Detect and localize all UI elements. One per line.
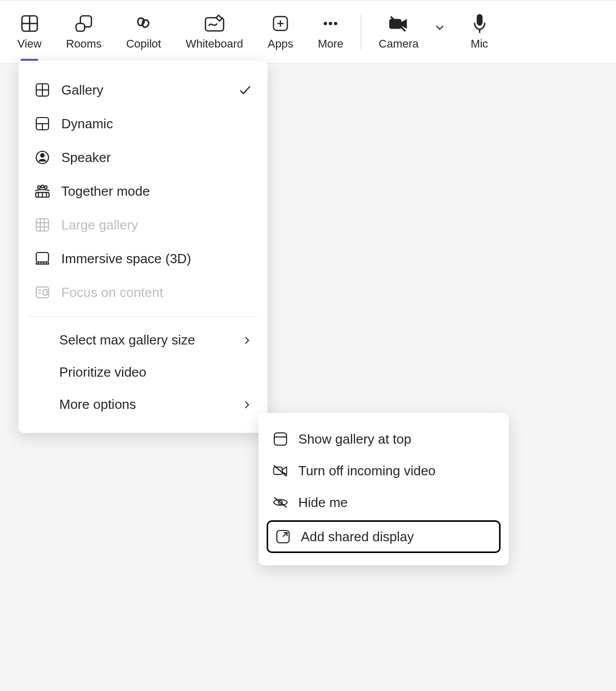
svg-point-9 xyxy=(324,22,327,26)
menu-item-label: Add shared display xyxy=(301,529,414,545)
menu-item-label: Immersive space (3D) xyxy=(61,251,191,267)
toolbar-apps-button[interactable]: Apps xyxy=(255,1,305,63)
together-mode-icon xyxy=(34,182,51,200)
menu-item-label: Select max gallery size xyxy=(59,332,195,348)
toolbar-more-label: More xyxy=(318,37,343,51)
svg-rect-32 xyxy=(36,219,49,231)
speaker-icon xyxy=(34,149,51,166)
dynamic-icon xyxy=(34,115,51,132)
toolbar-camera-label: Camera xyxy=(378,37,418,51)
toolbar-copilot-label: Copilot xyxy=(126,37,161,51)
toolbar-rooms-button[interactable]: Rooms xyxy=(54,1,114,63)
menu-item-large-gallery: Large gallery xyxy=(18,208,268,242)
check-icon xyxy=(238,83,252,97)
immersive-space-icon xyxy=(34,250,51,267)
menu-item-label: Large gallery xyxy=(61,217,138,233)
menu-item-label: Together mode xyxy=(61,183,150,199)
menu-item-together-mode[interactable]: Together mode xyxy=(18,174,268,208)
chevron-right-icon xyxy=(241,335,252,346)
toolbar-view-label: View xyxy=(17,37,41,51)
svg-point-27 xyxy=(44,186,47,189)
menu-item-label: Show gallery at top xyxy=(298,431,411,447)
svg-point-10 xyxy=(329,22,333,26)
menu-item-label: Turn off incoming video xyxy=(298,463,436,479)
toolbar-more-button[interactable]: More xyxy=(305,1,356,63)
more-ellipsis-icon xyxy=(320,13,341,34)
svg-rect-39 xyxy=(43,290,47,295)
grid-icon xyxy=(19,13,40,34)
meeting-toolbar: View Rooms Copilot Whiteboard xyxy=(0,0,616,63)
chevron-right-icon xyxy=(241,399,252,410)
toolbar-whiteboard-label: Whiteboard xyxy=(185,37,243,51)
view-menu: Gallery Dynamic Speaker xyxy=(18,61,268,433)
svg-point-24 xyxy=(41,154,44,157)
menu-item-select-max-gallery-size[interactable]: Select max gallery size xyxy=(18,324,268,356)
focus-content-icon xyxy=(34,284,51,301)
shared-display-icon xyxy=(274,528,292,545)
menu-item-more-options[interactable]: More options xyxy=(18,388,268,421)
menu-item-speaker[interactable]: Speaker xyxy=(18,141,268,174)
gallery-top-icon xyxy=(272,430,289,448)
menu-item-label: Gallery xyxy=(61,82,103,98)
toolbar-view-button[interactable]: View xyxy=(5,1,54,63)
mic-icon xyxy=(469,13,490,34)
svg-rect-37 xyxy=(36,252,49,262)
apps-plus-icon xyxy=(270,13,291,34)
large-gallery-icon xyxy=(34,216,51,234)
menu-item-gallery[interactable]: Gallery xyxy=(18,73,268,107)
toolbar-apps-label: Apps xyxy=(268,37,293,51)
menu-item-dynamic[interactable]: Dynamic xyxy=(18,107,268,141)
video-off-icon xyxy=(272,462,289,479)
menu-item-label: Prioritize video xyxy=(59,364,147,380)
toolbar-mic-label: Mic xyxy=(470,37,488,51)
menu-item-label: Dynamic xyxy=(61,116,113,132)
whiteboard-icon xyxy=(204,13,225,34)
menu-item-label: Hide me xyxy=(298,495,348,511)
toolbar-copilot-button[interactable]: Copilot xyxy=(114,1,173,63)
menu-item-focus-on-content: Focus on content xyxy=(18,275,268,309)
svg-point-25 xyxy=(38,186,40,189)
camera-off-icon xyxy=(388,13,409,34)
toolbar-divider xyxy=(361,14,361,50)
svg-rect-4 xyxy=(76,24,85,31)
camera-chevron-down-icon[interactable] xyxy=(433,21,446,34)
gallery-icon xyxy=(34,81,51,99)
submenu-hide-me[interactable]: Hide me xyxy=(258,487,509,518)
submenu-turn-off-incoming-video[interactable]: Turn off incoming video xyxy=(258,455,509,487)
toolbar-whiteboard-button[interactable]: Whiteboard xyxy=(173,1,255,63)
svg-line-49 xyxy=(283,533,287,537)
more-options-submenu: Show gallery at top Turn off incoming vi… xyxy=(258,413,509,565)
svg-rect-42 xyxy=(274,433,287,445)
svg-rect-15 xyxy=(477,14,482,26)
menu-divider xyxy=(29,316,257,317)
copilot-icon xyxy=(133,13,154,34)
svg-point-26 xyxy=(41,185,43,188)
svg-rect-44 xyxy=(274,467,282,475)
toolbar-camera-button[interactable]: Camera xyxy=(366,13,431,51)
menu-item-label: Speaker xyxy=(61,150,111,166)
toolbar-mic-button[interactable]: Mic xyxy=(457,1,503,63)
menu-item-immersive-space[interactable]: Immersive space (3D) xyxy=(18,242,268,275)
menu-item-label: Focus on content xyxy=(61,285,163,301)
svg-point-11 xyxy=(334,22,338,26)
eye-off-icon xyxy=(272,494,289,511)
toolbar-rooms-label: Rooms xyxy=(66,37,102,51)
submenu-add-shared-display[interactable]: Add shared display xyxy=(267,520,501,553)
menu-item-label: More options xyxy=(59,397,136,412)
rooms-icon xyxy=(73,13,94,34)
menu-item-prioritize-video[interactable]: Prioritize video xyxy=(18,356,268,388)
submenu-show-gallery-top[interactable]: Show gallery at top xyxy=(258,423,509,455)
svg-line-47 xyxy=(274,497,287,507)
